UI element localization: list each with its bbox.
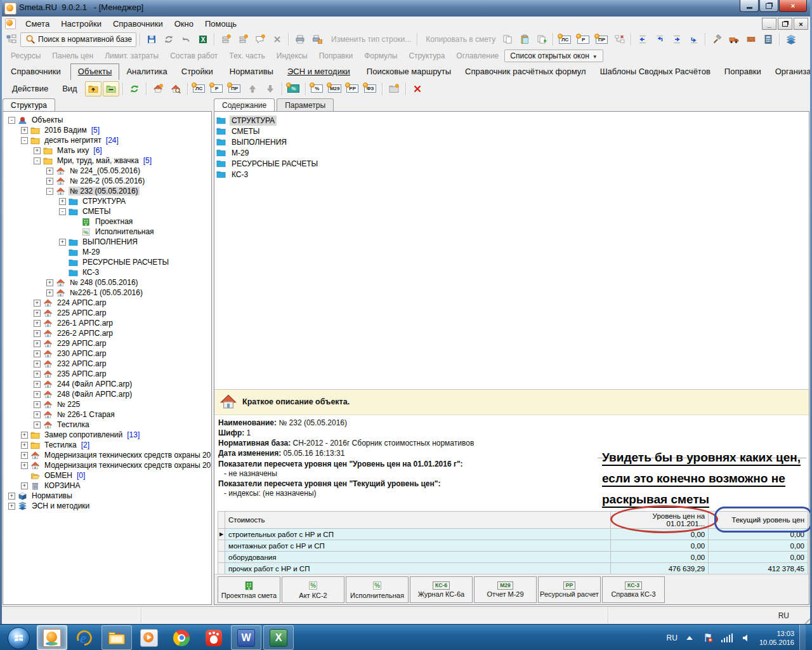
materials-icon[interactable]: [743, 32, 759, 47]
expander-icon[interactable]: +: [34, 340, 41, 347]
expander-icon[interactable]: +: [34, 361, 41, 368]
cost-table-header[interactable]: Текущий уровень цен: [709, 512, 808, 529]
content-folder-item[interactable]: РЕСУРСНЫЕ РАСЧЕТЫ: [214, 158, 809, 169]
tree-item[interactable]: +225 АРПС.arp: [3, 308, 211, 318]
expander-icon[interactable]: +: [21, 482, 28, 489]
expander-icon[interactable]: +: [8, 493, 15, 500]
paste-special-icon[interactable]: [534, 32, 549, 47]
expander-icon[interactable]: +: [34, 371, 41, 378]
close-button[interactable]: ×: [779, 0, 807, 12]
tray-language-indicator[interactable]: RU: [667, 633, 678, 642]
panel-button-список-открытых-окон[interactable]: Список открытых окон▼: [504, 50, 603, 62]
tree-item[interactable]: +2016 Вадим[5]: [3, 125, 211, 135]
tree-item[interactable]: +Нормативы: [3, 491, 211, 501]
volume-icon[interactable]: [742, 633, 752, 643]
content-folder-item[interactable]: ВЫПОЛНЕНИЯ: [214, 136, 809, 147]
delete-icon[interactable]: [409, 81, 426, 96]
report-m29-button[interactable]: М29Отчет М-29: [474, 576, 537, 603]
indent-left-icon[interactable]: [652, 32, 667, 47]
expander-icon[interactable]: +: [21, 432, 28, 439]
tree-item[interactable]: +СТРУКТУРА: [3, 196, 211, 206]
collapse-all-icon[interactable]: [103, 81, 119, 96]
print-icon[interactable]: [292, 32, 308, 47]
resource-calc-button[interactable]: РРРесурсный расчет: [538, 576, 601, 603]
expander-icon[interactable]: -: [34, 157, 41, 164]
tree-item[interactable]: +226-1 АРПС.arp: [3, 318, 211, 328]
tree-item[interactable]: +230 АРПС.arp: [3, 348, 211, 359]
indent-first-icon[interactable]: [634, 32, 650, 47]
expander-icon[interactable]: +: [46, 168, 53, 175]
expander-icon[interactable]: +: [21, 462, 28, 469]
copy-icon[interactable]: [499, 32, 515, 47]
expander-icon[interactable]: +: [34, 381, 41, 388]
menu-смета[interactable]: Смета: [20, 18, 55, 30]
expander-icon[interactable]: -: [59, 208, 66, 215]
mdi-close-button[interactable]: ×: [794, 18, 808, 30]
tree-item[interactable]: -Мри, труд, май, жвачка[5]: [3, 156, 211, 166]
executive-button[interactable]: %Исполнительная: [346, 576, 409, 603]
menu-окно[interactable]: Окно: [169, 18, 199, 30]
tab-поисковые-маршруты[interactable]: Поисковые маршруты: [360, 64, 458, 80]
tree-item[interactable]: +КОРЗИНА: [3, 481, 211, 491]
move-up-icon[interactable]: [244, 81, 261, 96]
start-button[interactable]: [8, 627, 30, 649]
expander-icon[interactable]: +: [34, 411, 41, 418]
tree-item[interactable]: +Мать иху[6]: [3, 145, 211, 156]
outdent-icon[interactable]: [669, 32, 684, 47]
export-excel-icon[interactable]: X: [195, 32, 211, 47]
calculator-icon[interactable]: [760, 32, 776, 47]
cost-table-header[interactable]: Стоимость: [225, 512, 610, 529]
expander-icon[interactable]: +: [46, 279, 53, 286]
expander-icon[interactable]: -: [21, 137, 28, 144]
expander-icon[interactable]: +: [34, 401, 41, 408]
refresh-icon[interactable]: [160, 32, 176, 47]
cost-table-row[interactable]: оборудования0,000,00: [218, 552, 808, 563]
chrome-taskbar-icon[interactable]: [166, 625, 197, 650]
tree-item[interactable]: -СМЕТЫ: [3, 206, 211, 216]
tree-item[interactable]: +№226-1 (05.05.2016): [3, 288, 211, 298]
tab-организации[interactable]: Организации: [768, 64, 812, 80]
new-ks2-icon[interactable]: %: [309, 81, 325, 96]
minimize-button[interactable]: [740, 0, 759, 12]
new-ls-icon[interactable]: ЛС: [191, 81, 207, 96]
tab-эсн-и-методики[interactable]: ЭСН и методики: [280, 64, 357, 80]
expander-icon[interactable]: +: [34, 320, 41, 327]
action-menu-вид[interactable]: Вид: [55, 82, 84, 95]
expander-icon[interactable]: +: [34, 330, 41, 337]
tree-item[interactable]: +№ 226-2 (05.05.2016): [3, 176, 211, 186]
expander-icon[interactable]: -: [8, 117, 15, 124]
tree-edit-icon[interactable]: [612, 32, 627, 47]
find-object-icon[interactable]: [167, 81, 184, 96]
menu-помощь[interactable]: Помощь: [199, 18, 242, 30]
tree-item[interactable]: +№ 225: [3, 399, 211, 409]
tree-item[interactable]: +ВЫПОЛНЕНИЯ: [3, 237, 211, 247]
ls-window-icon[interactable]: ЛС: [556, 34, 573, 46]
new-pr-icon[interactable]: ПР: [226, 81, 243, 96]
menu-настройки[interactable]: Настройки: [55, 18, 107, 30]
ie-taskbar-icon[interactable]: e: [69, 625, 100, 650]
tray-clock[interactable]: 13:03 10.05.2016: [759, 629, 794, 647]
expander-icon[interactable]: +: [34, 391, 41, 398]
tree-item[interactable]: +244 (Файл АРПС.arp): [3, 379, 211, 389]
tree-item[interactable]: -Проектная: [3, 216, 211, 227]
tab-параметры[interactable]: Параметры: [277, 98, 334, 111]
explorer-taskbar-icon[interactable]: [102, 625, 132, 650]
new-rr-icon[interactable]: РР: [344, 81, 361, 96]
tree-item[interactable]: +Модернизация технических средств охраны…: [3, 460, 211, 470]
mdi-restore-button[interactable]: [778, 18, 792, 30]
expander-icon[interactable]: +: [59, 239, 66, 246]
wmp-taskbar-icon[interactable]: [134, 625, 164, 650]
tree-item[interactable]: +Замер сопротивлений[13]: [3, 430, 211, 440]
tree-item[interactable]: -М-29: [3, 247, 211, 257]
tray-hidden-icons-arrow[interactable]: [686, 636, 693, 640]
tab-шаблоны-сводных-расч-тов[interactable]: Шаблоны Сводных Расчётов: [593, 64, 717, 80]
tree-item[interactable]: +229 АРПС.arp: [3, 338, 211, 348]
new-r-icon[interactable]: Р: [209, 81, 225, 96]
expander-icon[interactable]: +: [21, 127, 28, 134]
tab-structure[interactable]: Структура: [3, 98, 55, 112]
cost-table-row[interactable]: ▶строительных работ с НР и СП0,000,00: [218, 529, 808, 540]
normbase-layers-icon[interactable]: [783, 32, 799, 47]
tree-item[interactable]: +Модернизация технических средств охраны…: [3, 450, 211, 460]
word-taskbar-icon[interactable]: W: [231, 625, 261, 650]
folder-up-icon[interactable]: [85, 81, 102, 96]
